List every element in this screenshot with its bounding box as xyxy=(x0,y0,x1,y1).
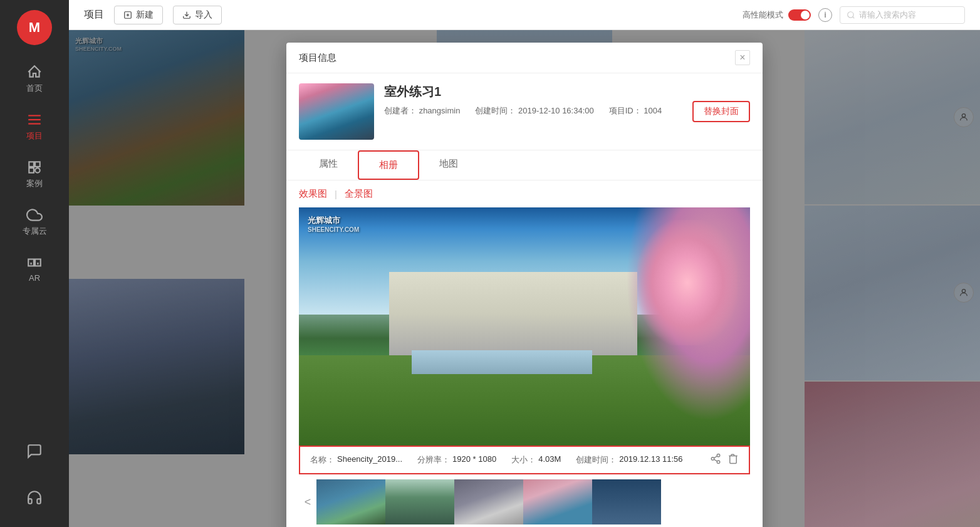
home-icon xyxy=(26,64,43,80)
svg-rect-5 xyxy=(29,168,34,173)
main-image[interactable]: 光辉城市 SHEENCITY.COM xyxy=(299,207,750,446)
new-icon xyxy=(123,11,132,19)
sidebar-item-label: 项目 xyxy=(26,130,43,142)
image-size: 大小： 4.03M xyxy=(511,454,561,466)
headset-icon xyxy=(26,489,43,506)
sidebar-item-ar[interactable]: AR xyxy=(0,246,69,291)
album-filter: 效果图 | 全景图 xyxy=(299,180,750,207)
svg-rect-4 xyxy=(35,162,40,167)
thumbnail-strip: < xyxy=(299,474,750,527)
modal-watermark: 光辉城市 SHEENCITY.COM xyxy=(308,215,359,233)
share-icon[interactable] xyxy=(710,453,721,467)
thumbnail[interactable] xyxy=(592,479,661,524)
list-icon xyxy=(26,112,43,128)
filter-panorama[interactable]: 全景图 xyxy=(345,188,373,200)
house-render xyxy=(299,207,750,446)
sidebar-item-project[interactable]: 项目 xyxy=(0,103,69,150)
svg-rect-3 xyxy=(29,162,34,167)
project-info-modal: 项目信息 × 室外练习1 创建者： zh xyxy=(286,43,763,527)
image-actions xyxy=(710,453,739,467)
tab-map[interactable]: 地图 xyxy=(419,150,478,180)
sidebar-item-label: 首页 xyxy=(26,83,43,94)
image-info-bar: 名称： Sheencity_2019... 分辨率： 1920 * 1080 大… xyxy=(299,446,750,474)
sidebar-item-label: 案例 xyxy=(26,178,43,189)
svg-line-21 xyxy=(714,456,717,458)
search-bar[interactable]: 请输入搜索内容 xyxy=(840,6,965,24)
svg-line-13 xyxy=(853,16,855,18)
import-icon xyxy=(182,11,191,19)
import-button[interactable]: 导入 xyxy=(173,6,222,24)
info-icon[interactable]: i xyxy=(818,8,832,22)
project-details: 室外练习1 创建者： zhangsimin 创建时间： 2019-12-10 1… xyxy=(384,83,682,117)
thumbnail[interactable] xyxy=(454,479,523,524)
replace-cover-button[interactable]: 替换封面 xyxy=(692,101,750,122)
topbar: 项目 新建 导入 高性能模式 i xyxy=(69,0,980,30)
project-cover xyxy=(299,83,374,140)
project-name: 室外练习1 xyxy=(384,83,682,100)
sidebar-item-headset[interactable] xyxy=(0,481,69,514)
sidebar-item-label: 专属云 xyxy=(23,226,47,237)
project-meta: 创建者： zhangsimin 创建时间： 2019-12-10 16:34:0… xyxy=(384,105,682,117)
chat-icon xyxy=(26,443,43,459)
delete-icon[interactable] xyxy=(727,453,739,467)
prev-thumbnail-button[interactable]: < xyxy=(299,493,316,511)
svg-line-20 xyxy=(714,459,717,461)
svg-point-17 xyxy=(717,454,720,457)
sidebar-item-cases[interactable]: 案例 xyxy=(0,150,69,198)
tab-property[interactable]: 属性 xyxy=(299,150,358,180)
search-icon xyxy=(847,11,855,19)
cloud-icon xyxy=(26,207,43,223)
modal-header: 项目信息 × xyxy=(286,43,763,73)
topbar-right: 高性能模式 i 请输入搜索内容 xyxy=(743,6,965,24)
main-content: 项目 新建 导入 高性能模式 i xyxy=(69,0,980,527)
modal-title: 项目信息 xyxy=(299,52,336,64)
sidebar-item-label: AR xyxy=(29,273,40,283)
thumbnail[interactable] xyxy=(385,479,454,524)
thumbnail[interactable] xyxy=(316,479,385,524)
created-time: 创建时间： 2019-12-10 16:34:00 xyxy=(475,105,593,117)
image-created: 创建时间： 2019.12.13 11:56 xyxy=(576,454,682,466)
modal-close-button[interactable]: × xyxy=(735,50,750,65)
filter-render[interactable]: 效果图 xyxy=(299,188,327,200)
thumbnail[interactable] xyxy=(523,479,592,524)
creator-label: 创建者： zhangsimin xyxy=(384,105,460,117)
modal-project-info: 室外练习1 创建者： zhangsimin 创建时间： 2019-12-10 1… xyxy=(286,73,763,150)
project-id: 项目ID： 1004 xyxy=(609,105,662,117)
performance-switch[interactable] xyxy=(788,9,811,21)
modal-tabs: 属性 相册 地图 xyxy=(286,150,763,180)
sidebar-item-cloud[interactable]: 专属云 xyxy=(0,198,69,246)
app-logo[interactable]: M xyxy=(17,10,52,45)
sidebar-item-chat[interactable] xyxy=(0,434,69,468)
svg-point-18 xyxy=(711,457,714,461)
modal-overlay: 项目信息 × 室外练习1 创建者： zh xyxy=(69,30,980,527)
page-title: 项目 xyxy=(84,8,104,21)
image-name: 名称： Sheencity_2019... xyxy=(310,454,402,466)
image-resolution: 分辨率： 1920 * 1080 xyxy=(417,454,496,466)
sidebar-item-home[interactable]: 首页 xyxy=(0,55,69,103)
album-content: 效果图 | 全景图 xyxy=(286,180,763,527)
tab-album[interactable]: 相册 xyxy=(358,150,419,180)
svg-point-12 xyxy=(848,11,853,17)
new-button[interactable]: 新建 xyxy=(114,6,163,24)
performance-toggle[interactable]: 高性能模式 xyxy=(743,9,811,21)
svg-point-19 xyxy=(717,461,720,464)
star-icon xyxy=(26,159,43,175)
ar-icon xyxy=(26,254,43,271)
sidebar: M 首页 项目 案例 专属云 AR xyxy=(0,0,69,527)
